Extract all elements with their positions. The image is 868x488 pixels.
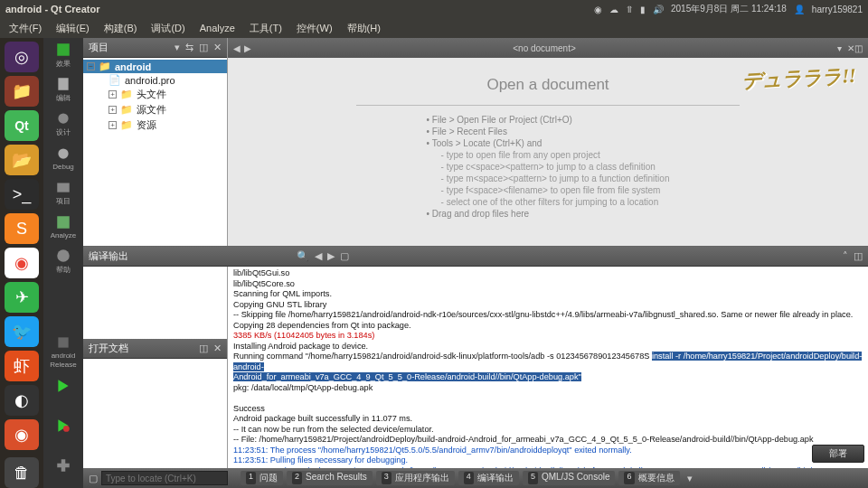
launcher-folder-icon[interactable]: 📂: [5, 145, 39, 175]
build-button[interactable]: [45, 448, 81, 483]
menu-帮助(H)[interactable]: 帮助(H): [342, 20, 386, 37]
divider: [356, 105, 741, 106]
run-button[interactable]: [45, 369, 81, 403]
menu-编辑(E)[interactable]: 编辑(E): [51, 20, 95, 37]
output-line: Success: [233, 404, 863, 415]
welcome-title: Open a document: [486, 76, 609, 94]
output-line: [233, 393, 863, 404]
tree-item[interactable]: + 📁 源文件: [83, 102, 227, 117]
tree-item[interactable]: + 📁 头文件: [83, 87, 227, 102]
status-more-icon[interactable]: ▾: [687, 473, 693, 484]
project-pane: 项目 ▾ ⇆ ◫ ✕ − 📁 android 📄 android.pro+ 📁 …: [83, 38, 228, 246]
document-name: <no document>: [251, 43, 837, 53]
launcher-twitter-icon[interactable]: 🐦: [5, 316, 39, 347]
hint-line: - type m<space><pattern> to jump to a fu…: [427, 174, 670, 183]
close-pane-icon[interactable]: ✕: [213, 42, 222, 53]
expand-icon[interactable]: +: [108, 90, 117, 99]
tree-root[interactable]: − 📁 android: [83, 60, 227, 73]
collapse-icon[interactable]: ˄: [843, 250, 848, 262]
launcher-xiami-icon[interactable]: 虾: [5, 351, 39, 381]
mode-analyze[interactable]: Analyze: [45, 210, 81, 244]
debug-run-button[interactable]: [45, 408, 81, 443]
editor-tabbar: ◀ ▶ <no document> ▾ ✕ ◫: [228, 38, 868, 58]
volume-icon[interactable]: 🔊: [653, 5, 664, 14]
hint-line: • File > Open File or Project (Ctrl+O): [427, 115, 670, 125]
expand-icon[interactable]: +: [108, 121, 117, 129]
mode-bug[interactable]: Debug: [45, 141, 81, 175]
hint-line: - type c<space><pattern> to jump to a cl…: [427, 162, 670, 172]
compile-output-body[interactable]: lib/libQt5Gui.solib/libQt5Core.soScannin…: [228, 267, 868, 468]
status-bar: ▢ 1问题2Search Results3应用程序输出4编译输出5QML/JS …: [83, 468, 868, 488]
sync-icon[interactable]: ⇆: [185, 42, 193, 53]
mode-design[interactable]: 设计: [45, 107, 81, 141]
launcher-app-icon[interactable]: ✈: [5, 282, 39, 313]
launcher-files-icon[interactable]: 📁: [5, 76, 39, 107]
welcome-hints: • File > Open File or Project (Ctrl+O)• …: [427, 113, 670, 221]
menu-构建(B)[interactable]: 构建(B): [99, 20, 143, 37]
prev-icon[interactable]: ◀: [315, 250, 322, 262]
launcher-terminal-icon[interactable]: >_: [5, 179, 39, 210]
output-line: 3385 KB/s (11042405 bytes in 3.184s): [233, 331, 863, 342]
menu-文件(F)[interactable]: 文件(F): [4, 20, 47, 37]
launcher-chrome-icon[interactable]: ◉: [5, 248, 39, 278]
output-tab-3[interactable]: 3应用程序输出: [376, 471, 455, 485]
menu-工具(T)[interactable]: 工具(T): [244, 20, 288, 37]
launcher-sublime-icon[interactable]: S: [5, 213, 39, 244]
user-icon[interactable]: 👤: [794, 5, 805, 14]
cloud-icon[interactable]: ☁: [609, 5, 618, 14]
mode-edit[interactable]: 编辑: [45, 72, 81, 107]
svg-rect-5: [57, 216, 70, 229]
expand-icon[interactable]: −: [87, 62, 95, 70]
battery-icon[interactable]: ▮: [640, 5, 646, 14]
launcher-app2-icon[interactable]: ◐: [5, 385, 39, 416]
open-documents-header: 打开文档 ◫✕: [83, 339, 227, 359]
output-tab-6[interactable]: 6概要信息: [618, 471, 679, 485]
locator-input[interactable]: [101, 471, 228, 485]
compile-output-title: 编译输出: [89, 249, 128, 263]
project-tree[interactable]: − 📁 android 📄 android.pro+ 📁 头文件+ 📁 源文件+…: [83, 58, 227, 246]
svg-rect-12: [61, 459, 66, 472]
launcher-dash-icon[interactable]: ◎: [5, 42, 39, 72]
wifi-icon[interactable]: ⥣: [626, 5, 633, 14]
output-tab-5[interactable]: 5QML/JS Console: [523, 471, 616, 485]
opendoc-close-icon[interactable]: ✕: [213, 343, 222, 354]
menu-Analyze[interactable]: Analyze: [194, 21, 241, 35]
expand-icon[interactable]: +: [108, 106, 117, 114]
mode-qt[interactable]: 效果: [45, 38, 81, 72]
mode-proj[interactable]: 项目: [45, 175, 81, 210]
datetime[interactable]: 2015年9月8日 周二 11:24:18: [671, 3, 787, 15]
tree-item[interactable]: 📄 android.pro: [83, 73, 227, 87]
close-output-icon[interactable]: ◫: [854, 250, 863, 262]
window-titlebar: android - Qt Creator ◉ ☁ ⥣ ▮ 🔊 2015年9月8日…: [0, 0, 868, 18]
main-area: 项目 ▾ ⇆ ◫ ✕ − 📁 android 📄 android.pro+ 📁 …: [83, 38, 868, 488]
menu-控件(W)[interactable]: 控件(W): [291, 20, 338, 37]
launcher-app3-icon[interactable]: ◉: [5, 419, 39, 450]
clear-icon[interactable]: ▢: [340, 250, 349, 262]
kit-selector[interactable]: android Release: [45, 334, 81, 369]
launcher-qt-icon[interactable]: Qt: [5, 110, 39, 141]
filter-icon[interactable]: ▾: [175, 42, 180, 53]
nav-back-icon[interactable]: ◀: [233, 43, 241, 53]
output-tab-4[interactable]: 4编译输出: [458, 471, 519, 485]
project-pane-header: 项目 ▾ ⇆ ◫ ✕: [83, 38, 227, 58]
split-icon[interactable]: ◫: [199, 42, 208, 53]
tree-item[interactable]: + 📁 资源: [83, 117, 227, 133]
mode-help[interactable]: 帮助: [45, 244, 81, 278]
split-editor-icon[interactable]: ▾: [837, 43, 842, 53]
deploy-indicator[interactable]: 部署: [812, 445, 864, 463]
output-tab-2[interactable]: 2Search Results: [287, 471, 373, 485]
close-doc-icon[interactable]: ✕: [847, 43, 854, 53]
zoom-icon[interactable]: 🔍: [297, 250, 309, 262]
menu-调试(D)[interactable]: 调试(D): [146, 20, 190, 37]
opendoc-split-icon[interactable]: ◫: [199, 343, 208, 354]
network-icon[interactable]: ◉: [594, 5, 602, 14]
folder-icon: 📁: [99, 61, 111, 72]
output-tab-1[interactable]: 1问题: [241, 471, 283, 485]
next-icon[interactable]: ▶: [327, 250, 335, 262]
locator[interactable]: [101, 471, 237, 485]
locator-icon[interactable]: ▢: [89, 473, 98, 484]
user-name[interactable]: harry159821: [812, 5, 863, 14]
launcher-trash-icon[interactable]: 🗑: [5, 457, 39, 488]
nav-fwd-icon[interactable]: ▶: [244, 43, 251, 53]
minimize-editor-icon[interactable]: ◫: [854, 43, 863, 53]
